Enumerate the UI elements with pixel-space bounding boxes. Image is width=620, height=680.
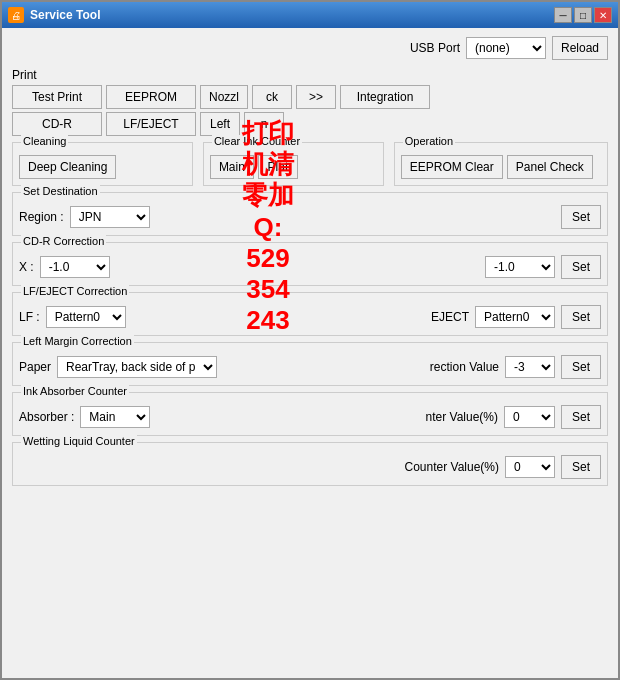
- absorber-select[interactable]: Main Sub: [80, 406, 150, 428]
- ck-button[interactable]: ck: [252, 85, 292, 109]
- wetting-row: Counter Value(%) 0 10 50 Set: [19, 455, 601, 479]
- cdr-correction-row: X : -1.0 0.0 1.0 -1.0 0.0 1.0 Set: [19, 255, 601, 279]
- plat-clear-button[interactable]: Plat: [258, 155, 298, 179]
- cdr-correction-group: CD-R Correction X : -1.0 0.0 1.0 -1.0 0.…: [12, 242, 608, 286]
- cdr-set-button[interactable]: Set: [561, 255, 601, 279]
- eeprom-clear-button[interactable]: EEPROM Clear: [401, 155, 503, 179]
- destination-row: Region : JPN USA EUR Set: [19, 205, 601, 229]
- print-section-label: Print: [12, 68, 608, 82]
- ink-absorber-group: Ink Absorber Counter Absorber : Main Sub…: [12, 392, 608, 436]
- deep-cleaning-button[interactable]: Deep Cleaning: [19, 155, 116, 179]
- eject-label: EJECT: [431, 310, 469, 324]
- left-margin-row: Paper RearTray, back side of p rection V…: [19, 355, 601, 379]
- left-margin-group: Left Margin Correction Paper RearTray, b…: [12, 342, 608, 386]
- title-bar-left: 🖨 Service Tool: [8, 7, 100, 23]
- print-buttons: Test Print EEPROM Nozzl ck >> Integratio…: [12, 85, 608, 136]
- x-label: X :: [19, 260, 34, 274]
- destination-title: Set Destination: [21, 185, 100, 197]
- content-area: USB Port (none) Reload Print Test Print …: [2, 28, 618, 678]
- lf-correction-group: LF/EJECT Correction LF : Pattern0 Patter…: [12, 292, 608, 336]
- left-margin-title: Left Margin Correction: [21, 335, 134, 347]
- middle-row: Cleaning Deep Cleaning Clear Ink Counter…: [12, 142, 608, 186]
- absorber-set-button[interactable]: Set: [561, 405, 601, 429]
- destination-set-button[interactable]: Set: [561, 205, 601, 229]
- y-select[interactable]: -1.0 0.0 1.0: [485, 256, 555, 278]
- close-button[interactable]: ✕: [594, 7, 612, 23]
- region-label: Region :: [19, 210, 64, 224]
- cleaning-group: Cleaning Deep Cleaning: [12, 142, 193, 186]
- lf-select[interactable]: Pattern0 Pattern1: [46, 306, 126, 328]
- wetting-counter-label: Counter Value(%): [405, 460, 500, 474]
- region-select[interactable]: JPN USA EUR: [70, 206, 150, 228]
- correction-select[interactable]: -3 -2 -1 0 1: [505, 356, 555, 378]
- top-bar: USB Port (none) Reload: [12, 36, 608, 60]
- margin-set-button[interactable]: Set: [561, 355, 601, 379]
- operation-title: Operation: [403, 135, 455, 147]
- title-bar: 🖨 Service Tool ─ □ ✕: [2, 2, 618, 28]
- lf-correction-row: LF : Pattern0 Pattern1 EJECT Pattern0 Pa…: [19, 305, 601, 329]
- title-buttons: ─ □ ✕: [554, 7, 612, 23]
- cdr-correction-title: CD-R Correction: [21, 235, 106, 247]
- arrow-button[interactable]: >>: [296, 85, 336, 109]
- test-print-button[interactable]: Test Print: [12, 85, 102, 109]
- wetting-set-button[interactable]: Set: [561, 455, 601, 479]
- operation-buttons: EEPROM Clear Panel Check: [401, 155, 601, 179]
- absorber-counter-select[interactable]: 0 10 50 100: [504, 406, 555, 428]
- integration-button[interactable]: Integration: [340, 85, 430, 109]
- panel-check-button[interactable]: Panel Check: [507, 155, 593, 179]
- destination-group: Set Destination Region : JPN USA EUR Set: [12, 192, 608, 236]
- nozzl-button[interactable]: Nozzl: [200, 85, 248, 109]
- eeprom-button[interactable]: EEPROM: [106, 85, 196, 109]
- wetting-title: Wetting Liquid Counter: [21, 435, 137, 447]
- main-window: 🖨 Service Tool ─ □ ✕ USB Port (none) Rel…: [0, 0, 620, 680]
- print-row-1: Test Print EEPROM Nozzl ck >> Integratio…: [12, 85, 608, 109]
- operation-group: Operation EEPROM Clear Panel Check: [394, 142, 608, 186]
- eject-select[interactable]: Pattern0 Pattern1: [475, 306, 555, 328]
- clear-ink-group: Clear Ink Counter Main Plat: [203, 142, 384, 186]
- lf-eject-button[interactable]: LF/EJECT: [106, 112, 196, 136]
- window-title: Service Tool: [30, 8, 100, 22]
- reload-button[interactable]: Reload: [552, 36, 608, 60]
- paper-label: Paper: [19, 360, 51, 374]
- n-button[interactable]: n: [244, 112, 284, 136]
- lf-label: LF :: [19, 310, 40, 324]
- absorber-counter-label: nter Value(%): [426, 410, 498, 424]
- absorber-label: Absorber :: [19, 410, 74, 424]
- usb-port-label: USB Port: [410, 41, 460, 55]
- minimize-button[interactable]: ─: [554, 7, 572, 23]
- clear-ink-title: Clear Ink Counter: [212, 135, 302, 147]
- clear-ink-buttons: Main Plat: [210, 155, 377, 179]
- ink-absorber-row: Absorber : Main Sub nter Value(%) 0 10 5…: [19, 405, 601, 429]
- main-clear-button[interactable]: Main: [210, 155, 254, 179]
- cleaning-title: Cleaning: [21, 135, 68, 147]
- usb-port-select[interactable]: (none): [466, 37, 546, 59]
- wetting-group: Wetting Liquid Counter Counter Value(%) …: [12, 442, 608, 486]
- app-icon: 🖨: [8, 7, 24, 23]
- x-select[interactable]: -1.0 0.0 1.0: [40, 256, 110, 278]
- wetting-counter-select[interactable]: 0 10 50: [505, 456, 555, 478]
- paper-select[interactable]: RearTray, back side of p: [57, 356, 217, 378]
- lf-correction-title: LF/EJECT Correction: [21, 285, 129, 297]
- ink-absorber-title: Ink Absorber Counter: [21, 385, 129, 397]
- correction-value-label: rection Value: [430, 360, 499, 374]
- print-row-2: CD-R LF/EJECT Left n: [12, 112, 608, 136]
- left-button[interactable]: Left: [200, 112, 240, 136]
- cdr-button[interactable]: CD-R: [12, 112, 102, 136]
- print-section: Print Test Print EEPROM Nozzl ck >> Inte…: [12, 68, 608, 136]
- maximize-button[interactable]: □: [574, 7, 592, 23]
- lf-set-button[interactable]: Set: [561, 305, 601, 329]
